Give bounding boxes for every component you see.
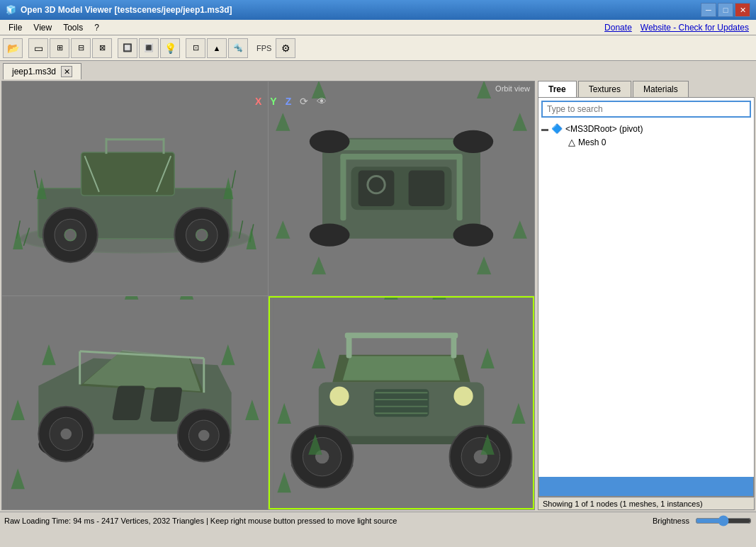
website-link[interactable]: Website - Check for Updates: [636, 23, 753, 33]
axis-z-label: Z: [286, 96, 292, 107]
tree-root-label: <MS3DRoot> (pivot): [565, 124, 643, 134]
svg-marker-67: [180, 296, 193, 300]
nav1-button[interactable]: 🔲: [118, 38, 137, 58]
title-bar: 🧊 Open 3D Model Viewer [testscenes/jeep/…: [0, 0, 756, 20]
svg-point-38: [453, 223, 493, 246]
maximize-button[interactable]: □: [718, 3, 733, 17]
right-panel: Tree Textures Materials ▬ 🔷 <MS3DRoot> (…: [536, 79, 756, 512]
svg-rect-3: [81, 152, 174, 196]
layout-4-button[interactable]: ⊠: [92, 38, 112, 58]
tool1-button[interactable]: ⊡: [186, 38, 205, 58]
close-tab-button[interactable]: ✕: [61, 66, 72, 77]
status-bar: Raw Loading Time: 94 ms - 2417 Vertices,…: [0, 512, 756, 529]
app-title: Open 3D Model Viewer [testscenes/jeep/je…: [21, 5, 701, 15]
viewport-bottom-left[interactable]: [2, 296, 268, 510]
svg-marker-44: [477, 81, 491, 98]
tab-tree[interactable]: Tree: [538, 81, 577, 97]
tool3-button[interactable]: 🔩: [228, 38, 248, 58]
minimize-button[interactable]: ─: [701, 3, 716, 17]
svg-point-75: [329, 386, 349, 405]
panel-tabs: Tree Textures Materials: [538, 81, 755, 97]
tab-jeep[interactable]: jeep1.ms3d ✕: [3, 63, 81, 79]
svg-rect-52: [150, 387, 183, 422]
viewport-top-right[interactable]: Orbit view: [269, 81, 534, 295]
svg-rect-33: [457, 156, 463, 220]
tree-mesh0-row[interactable]: △ Mesh 0: [558, 135, 751, 149]
axis-y-label: Y: [270, 96, 276, 107]
svg-point-36: [453, 130, 493, 153]
tree-root-row[interactable]: ▬ 🔷 <MS3DRoot> (pivot): [541, 122, 751, 135]
svg-point-60: [198, 429, 210, 441]
tree-root-icon: 🔷: [551, 123, 563, 134]
layout-single-button[interactable]: ▭: [28, 38, 48, 58]
menu-help[interactable]: ?: [89, 21, 105, 34]
status-text: Raw Loading Time: 94 ms - 2417 Vertices,…: [4, 517, 397, 525]
tab-materials[interactable]: Materials: [633, 81, 689, 97]
svg-marker-95: [432, 296, 446, 300]
open-button[interactable]: 📂: [3, 38, 23, 58]
fps-label: FPS: [256, 44, 271, 52]
svg-rect-34: [340, 154, 462, 159]
axis-x-label: X: [255, 96, 261, 107]
layout-3-button[interactable]: ⊟: [71, 38, 91, 58]
nav2-button[interactable]: 🔳: [139, 38, 159, 58]
viewport-top-left[interactable]: [2, 81, 268, 295]
svg-marker-94: [384, 296, 397, 300]
viewport-bottom-right[interactable]: [269, 296, 534, 510]
svg-point-76: [453, 386, 473, 405]
donate-link[interactable]: Donate: [600, 23, 636, 33]
layout-2x2-button[interactable]: ⊞: [50, 38, 69, 58]
svg-rect-32: [340, 156, 346, 220]
tab-bar: jeep1.ms3d ✕: [0, 61, 756, 79]
brightness-label: Brightness: [653, 517, 689, 525]
panel-status: Showing 1 of 1 nodes (1 meshes, 1 instan…: [538, 497, 755, 510]
light-button[interactable]: 💡: [160, 38, 180, 58]
tree-mesh-icon: △: [568, 137, 575, 147]
menu-tools[interactable]: Tools: [57, 21, 89, 34]
tree-area: ▬ 🔷 <MS3DRoot> (pivot) △ Mesh 0: [538, 120, 754, 477]
brightness-slider[interactable]: [695, 515, 752, 526]
svg-point-56: [60, 428, 72, 439]
panel-bottom-bar: [538, 477, 754, 497]
tool2-button[interactable]: ▲: [207, 38, 227, 58]
svg-point-35: [310, 130, 350, 153]
settings-button[interactable]: ⚙: [276, 38, 295, 58]
svg-marker-66: [125, 296, 138, 300]
svg-rect-88: [345, 332, 458, 338]
panel-content: ▬ 🔷 <MS3DRoot> (pivot) △ Mesh 0: [538, 97, 755, 497]
close-button[interactable]: ✕: [735, 3, 750, 17]
orbit-view-label: Orbit view: [495, 84, 530, 93]
tree-toggle[interactable]: ▬: [541, 125, 551, 132]
menu-bar: File View Tools ? Donate Website - Check…: [0, 20, 756, 35]
window-controls: ─ □ ✕: [701, 3, 750, 17]
search-input[interactable]: [541, 101, 751, 118]
app-icon: 🧊: [6, 5, 16, 15]
svg-point-11: [196, 230, 208, 241]
tab-textures[interactable]: Textures: [578, 81, 631, 97]
tree-mesh0-label: Mesh 0: [578, 137, 606, 147]
rotate-icon: ⟳: [300, 96, 308, 107]
svg-rect-70: [374, 389, 429, 417]
menu-view[interactable]: View: [28, 21, 57, 34]
eye-icon: 👁: [317, 96, 327, 107]
toolbar: 📂 ▭ ⊞ ⊟ ⊠ 🔲 🔳 💡 ⊡ ▲ 🔩 FPS ⚙: [0, 35, 756, 61]
svg-rect-29: [409, 170, 445, 206]
viewport-area: Orbit view: [1, 81, 535, 510]
svg-point-37: [310, 223, 350, 246]
main-content: Orbit view: [0, 79, 756, 512]
menu-file[interactable]: File: [3, 21, 28, 34]
svg-rect-31: [337, 140, 466, 150]
svg-point-8: [64, 230, 76, 241]
